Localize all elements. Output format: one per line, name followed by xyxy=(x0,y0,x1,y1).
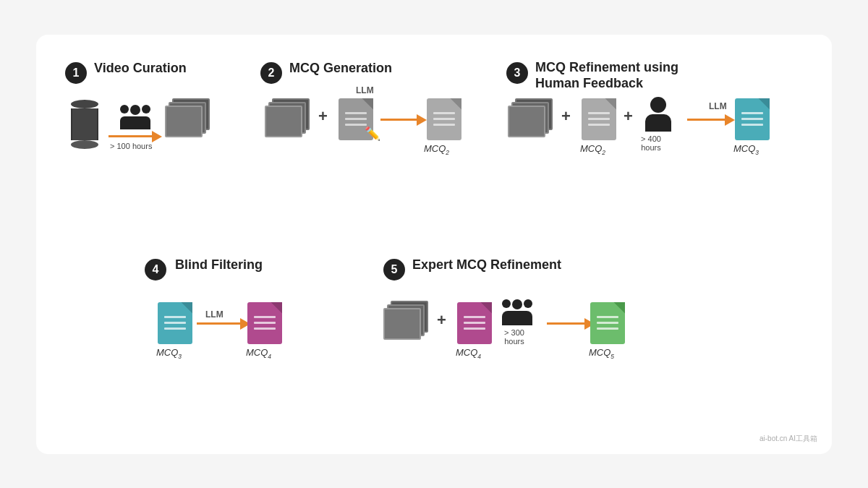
arrow-step3 xyxy=(687,114,735,126)
film-stack-1 xyxy=(165,98,211,140)
mcq4-label-step5: MCQ4 xyxy=(456,347,481,360)
arrow-step5 xyxy=(547,318,595,330)
step1-arrow-group xyxy=(109,105,162,142)
hours-100-label: > 100 hours xyxy=(110,142,152,150)
step-4-title: Blind Filtering xyxy=(175,257,263,273)
mcq3-label-step4: MCQ3 xyxy=(156,347,182,360)
film-stack-3 xyxy=(508,98,554,140)
mcq2-doc-step3: MCQ2 xyxy=(582,98,616,140)
step-1-title: Video Curation xyxy=(94,61,187,76)
film-stack-2 xyxy=(265,98,311,140)
step-3-title: MCQ Refinement usingHuman Feedback xyxy=(535,59,678,92)
mcq2-label-step2: MCQ2 xyxy=(424,143,449,156)
plus-step3a: + xyxy=(561,107,571,126)
step-2-circle: 2 xyxy=(260,62,282,84)
mcq3-label-step3: MCQ3 xyxy=(733,143,759,156)
plus-step2: + xyxy=(318,107,328,126)
step-1-circle: 1 xyxy=(65,62,87,84)
watermark: ai-bot.cn AI工具箱 xyxy=(760,434,817,444)
llm-label-step2: LLM xyxy=(356,85,374,95)
mcq4-label-step4: MCQ4 xyxy=(246,347,271,360)
person-icon-step3: > 400hours xyxy=(645,97,671,149)
step-2-title: MCQ Generation xyxy=(289,61,392,76)
database-icon xyxy=(71,100,98,149)
mcq3-doc-step3: MCQ3 xyxy=(735,98,770,140)
mcq4-doc-step4: MCQ4 xyxy=(247,302,282,344)
mcq5-label: MCQ5 xyxy=(589,347,614,360)
mcq2-label-step3: MCQ2 xyxy=(580,143,605,156)
expert-group-icon: > 300hours xyxy=(502,299,532,343)
llm-doc-step2: ✏️ LLM xyxy=(339,98,373,140)
main-diagram: 1 Video Curation > 100 hours xyxy=(36,35,832,454)
arrow-step4 xyxy=(197,318,250,330)
plus-step3b: + xyxy=(624,107,633,126)
film-stack-5 xyxy=(383,301,430,343)
mcq2-doc-step2: MCQ2 xyxy=(427,98,461,140)
hours-400-label: > 400hours xyxy=(641,134,661,152)
mcq3-doc-step4: MCQ3 xyxy=(158,302,192,344)
llm-label-step3: LLM xyxy=(709,101,727,111)
step-3-circle: 3 xyxy=(506,62,528,84)
step-4-circle: 4 xyxy=(145,259,166,281)
mcq4-doc-step5: MCQ4 xyxy=(457,302,492,344)
step-5-title: Expert MCQ Refinement xyxy=(412,257,561,273)
arrow-step2 xyxy=(380,114,427,126)
step-5-circle: 5 xyxy=(383,259,405,281)
plus-step5: + xyxy=(437,311,446,330)
mcq5-doc: MCQ5 xyxy=(590,302,625,344)
hours-300-label: > 300hours xyxy=(504,328,524,346)
